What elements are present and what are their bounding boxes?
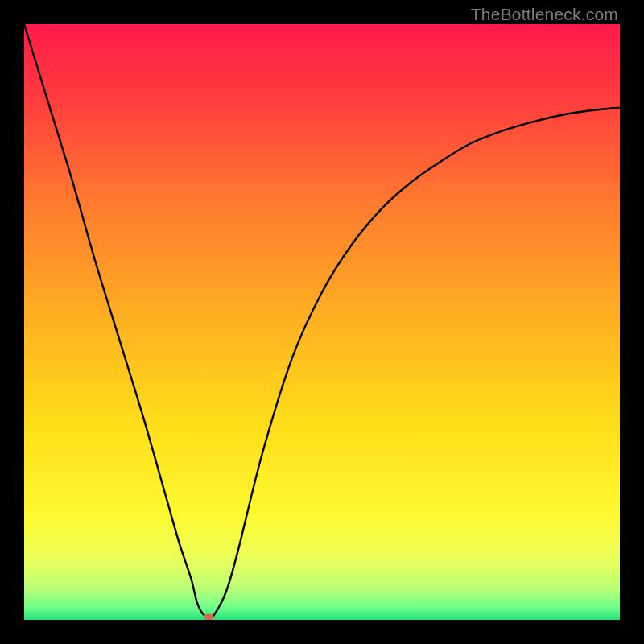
bottleneck-curve bbox=[24, 24, 620, 617]
plot-area bbox=[24, 24, 620, 620]
chart-frame: TheBottleneck.com bbox=[0, 0, 644, 644]
curve-layer bbox=[24, 24, 620, 620]
watermark-text: TheBottleneck.com bbox=[471, 5, 618, 24]
minimum-marker bbox=[204, 613, 213, 620]
